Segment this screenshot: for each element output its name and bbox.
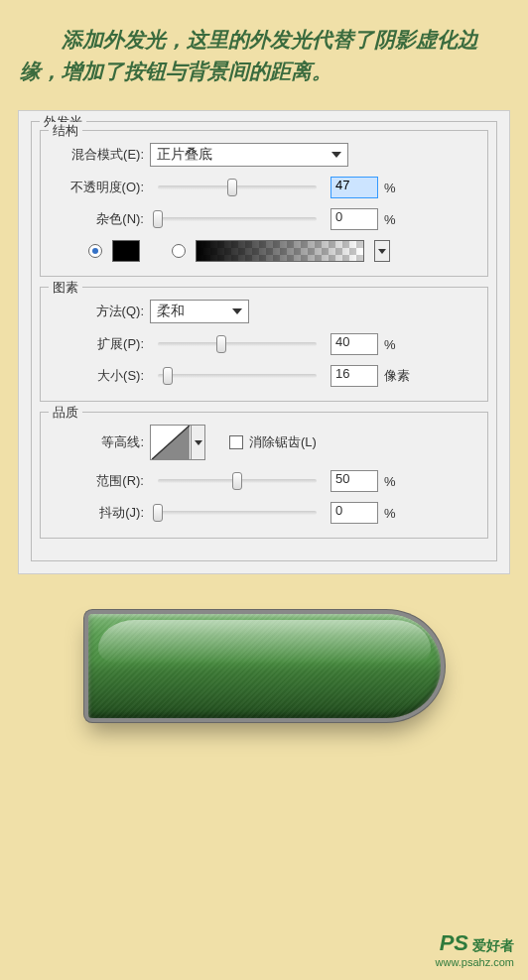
range-unit: % bbox=[384, 474, 414, 489]
jitter-row: 抖动(J): 0 % bbox=[53, 502, 475, 524]
opacity-row: 不透明度(O): 47 % bbox=[53, 177, 475, 198]
blend-mode-row: 混合模式(E): 正片叠底 bbox=[53, 143, 475, 167]
gradient-radio[interactable] bbox=[172, 244, 186, 258]
slider-thumb[interactable] bbox=[216, 335, 226, 353]
noise-slider[interactable] bbox=[158, 217, 317, 221]
elements-legend: 图素 bbox=[49, 279, 82, 297]
blend-mode-label: 混合模式(E): bbox=[53, 146, 144, 164]
solid-color-radio[interactable] bbox=[88, 244, 102, 258]
spread-slider[interactable] bbox=[158, 342, 317, 346]
gradient-dropdown[interactable] bbox=[374, 240, 390, 262]
watermark-url: www.psahz.com bbox=[436, 956, 514, 968]
opacity-label: 不透明度(O): bbox=[53, 179, 144, 196]
antialias-checkbox[interactable] bbox=[229, 435, 243, 449]
color-choice-row bbox=[53, 240, 475, 262]
watermark-logo: PS 爱好者 bbox=[436, 930, 514, 956]
range-slider[interactable] bbox=[158, 479, 317, 483]
noise-unit: % bbox=[384, 212, 414, 227]
opacity-input[interactable]: 47 bbox=[330, 177, 378, 198]
antialias-label[interactable]: 消除锯齿(L) bbox=[249, 433, 317, 451]
demo-button bbox=[88, 614, 441, 718]
technique-row: 方法(Q): 柔和 bbox=[53, 300, 475, 323]
range-row: 范围(R): 50 % bbox=[53, 470, 475, 492]
quality-group: 品质 等高线: 消除锯齿(L) 范围(R): bbox=[40, 412, 488, 539]
color-swatch[interactable] bbox=[112, 240, 140, 262]
slider-thumb[interactable] bbox=[153, 504, 163, 522]
chevron-down-icon bbox=[232, 308, 242, 314]
contour-curve-icon bbox=[151, 426, 191, 459]
elements-group: 图素 方法(Q): 柔和 扩展(P): 40 % 大小(S): bbox=[40, 287, 488, 402]
range-input[interactable]: 50 bbox=[330, 470, 378, 492]
size-input[interactable]: 16 bbox=[330, 365, 378, 387]
opacity-slider[interactable] bbox=[158, 185, 317, 189]
demo-button-shape bbox=[88, 614, 441, 718]
noise-label: 杂色(N): bbox=[53, 210, 144, 228]
outer-glow-group: 外发光 结构 混合模式(E): 正片叠底 不透明度(O): 47 % 杂色 bbox=[31, 121, 497, 561]
contour-dropdown[interactable] bbox=[192, 425, 205, 460]
size-row: 大小(S): 16 像素 bbox=[53, 365, 475, 387]
spread-unit: % bbox=[384, 337, 414, 352]
structure-group: 结构 混合模式(E): 正片叠底 不透明度(O): 47 % 杂色(N): bbox=[40, 130, 488, 277]
range-label: 范围(R): bbox=[53, 472, 144, 490]
noise-input[interactable]: 0 bbox=[330, 208, 378, 230]
description-text: 添加外发光，这里的外发光代替了阴影虚化边缘，增加了按钮与背景间的距离。 bbox=[0, 0, 528, 110]
spread-label: 扩展(P): bbox=[53, 335, 144, 353]
noise-row: 杂色(N): 0 % bbox=[53, 208, 475, 230]
technique-label: 方法(Q): bbox=[53, 303, 144, 320]
jitter-slider[interactable] bbox=[158, 511, 317, 515]
blend-mode-combobox[interactable]: 正片叠底 bbox=[150, 143, 348, 167]
size-label: 大小(S): bbox=[53, 367, 144, 385]
contour-label: 等高线: bbox=[53, 433, 144, 451]
technique-value: 柔和 bbox=[157, 303, 185, 320]
outer-glow-dialog: 外发光 结构 混合模式(E): 正片叠底 不透明度(O): 47 % 杂色 bbox=[18, 110, 510, 574]
jitter-label: 抖动(J): bbox=[53, 504, 144, 522]
slider-thumb[interactable] bbox=[153, 210, 163, 228]
contour-row: 等高线: 消除锯齿(L) bbox=[53, 425, 475, 460]
opacity-unit: % bbox=[384, 181, 414, 195]
spread-input[interactable]: 40 bbox=[330, 333, 378, 355]
quality-legend: 品质 bbox=[49, 404, 82, 422]
slider-thumb[interactable] bbox=[163, 367, 173, 385]
watermark: PS 爱好者 www.psahz.com bbox=[436, 930, 514, 968]
structure-legend: 结构 bbox=[49, 122, 82, 140]
watermark-ps: PS bbox=[440, 930, 468, 956]
technique-combobox[interactable]: 柔和 bbox=[150, 300, 249, 323]
spread-row: 扩展(P): 40 % bbox=[53, 333, 475, 355]
blend-mode-value: 正片叠底 bbox=[157, 146, 212, 164]
watermark-name: 爱好者 bbox=[472, 937, 514, 955]
gradient-swatch[interactable] bbox=[196, 240, 364, 262]
size-slider[interactable] bbox=[158, 374, 317, 378]
chevron-down-icon bbox=[331, 152, 341, 158]
jitter-input[interactable]: 0 bbox=[330, 502, 378, 524]
jitter-unit: % bbox=[384, 506, 414, 521]
size-unit: 像素 bbox=[384, 367, 414, 385]
slider-thumb[interactable] bbox=[232, 472, 242, 490]
contour-picker[interactable] bbox=[150, 425, 192, 460]
slider-thumb[interactable] bbox=[227, 179, 237, 196]
